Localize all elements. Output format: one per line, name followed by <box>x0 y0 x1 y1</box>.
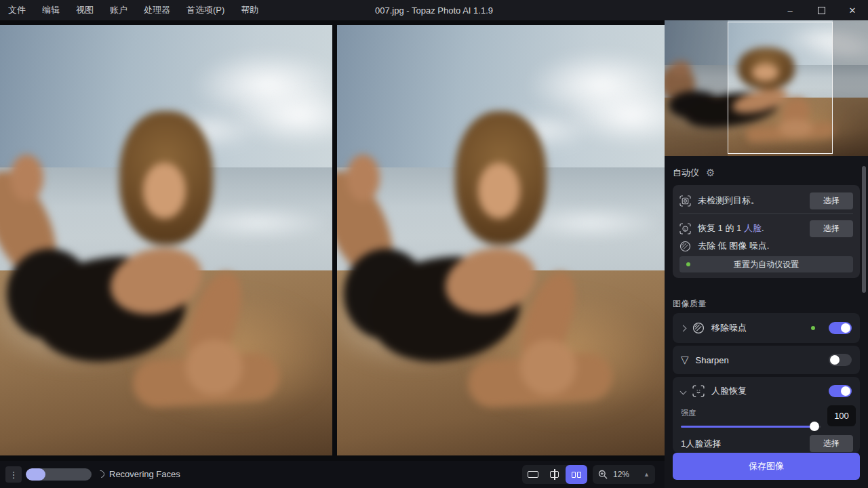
menu-bar: 文件 编辑 视图 账户 处理器 首选项(P) 帮助 <box>0 4 258 16</box>
menu-preferences[interactable]: 首选项(P) <box>186 4 224 16</box>
progress-bar <box>26 468 92 481</box>
progress-status-text: Recovering Faces <box>109 469 180 479</box>
gear-icon[interactable]: ⚙ <box>706 167 715 179</box>
progress-fill <box>26 468 45 481</box>
window-title: 007.jpg - Topaz Photo AI 1.1.9 <box>375 5 493 16</box>
remove-noise-toggle[interactable] <box>829 322 852 334</box>
panel-scrollbar[interactable] <box>862 166 866 293</box>
split-view-icon <box>549 469 560 480</box>
face-recovery-label: 人脸恢复 <box>711 385 747 397</box>
strength-label: 强度 <box>681 408 696 418</box>
noise-icon <box>679 241 691 252</box>
settings-panel: 自动仪 ⚙ 未检测到目标。 选择 恢复 1 的 1 人脸. 选择 <box>665 20 868 488</box>
face-select-label: 1人脸选择 <box>681 438 721 450</box>
menu-help[interactable]: 帮助 <box>241 4 258 16</box>
zoom-caret-icon: ▲ <box>644 471 650 478</box>
select-subject-button[interactable]: 选择 <box>810 192 853 209</box>
no-target-row: 未检测到目标。 选择 <box>679 192 853 209</box>
split-view-button[interactable] <box>544 465 566 484</box>
close-icon: ✕ <box>849 5 856 16</box>
autopilot-title: 自动仪 <box>673 167 699 179</box>
subject-target-icon <box>679 195 691 207</box>
queue-menu-button[interactable]: ⋮ <box>5 466 22 483</box>
window-controls: – ✕ <box>774 0 868 20</box>
before-image[interactable] <box>0 25 332 455</box>
chevron-down-icon[interactable] <box>680 388 687 394</box>
select-face-button[interactable]: 选择 <box>810 435 853 452</box>
menu-account[interactable]: 账户 <box>110 4 127 16</box>
sharpen-toggle[interactable] <box>829 354 852 366</box>
autopilot-status-card: 未检测到目标。 选择 恢复 1 的 1 人脸. 选择 去除 低 图像 噪点. <box>673 185 860 278</box>
menu-processor[interactable]: 处理器 <box>144 4 170 16</box>
navigator-viewport-rect[interactable] <box>728 22 833 154</box>
sharpen-icon: ▽ <box>681 354 689 366</box>
chevron-right-icon[interactable] <box>680 325 687 331</box>
zoom-level-value: 12% <box>613 470 629 479</box>
face-recovery-icon <box>692 385 705 397</box>
image-quality-section-title: 图像质量 <box>673 298 707 310</box>
remove-noise-label: 移除噪点 <box>711 322 747 334</box>
spinner-icon <box>96 469 106 479</box>
minimize-button[interactable]: – <box>774 0 806 20</box>
denoise-text: 去除 低 图像 噪点. <box>698 240 769 252</box>
remove-noise-card[interactable]: 移除噪点 <box>673 313 860 343</box>
photo-subject <box>0 25 332 455</box>
select-faces-button[interactable]: 选择 <box>810 220 853 237</box>
face-selection-row: 1人脸选择 选择 <box>681 435 853 452</box>
face-recovery-card[interactable]: 人脸恢复 强度 100 1人脸选择 选择 <box>673 377 860 453</box>
strength-slider[interactable] <box>681 426 821 428</box>
autopilot-green-dot <box>686 262 690 266</box>
navigator-thumbnail[interactable] <box>665 20 868 156</box>
after-image[interactable] <box>337 25 665 455</box>
face-detect-icon <box>679 223 691 235</box>
side-by-side-view-button[interactable] <box>566 465 587 484</box>
title-bar: 文件 编辑 视图 账户 处理器 首选项(P) 帮助 007.jpg - Topa… <box>0 0 868 20</box>
strength-value-input[interactable]: 100 <box>827 405 856 426</box>
close-button[interactable]: ✕ <box>837 0 868 20</box>
zoom-in-icon <box>598 470 608 479</box>
zoom-control[interactable]: 12% ▲ <box>593 465 655 484</box>
single-view-icon <box>528 471 538 478</box>
sharpen-label: Sharpen <box>696 355 729 365</box>
image-viewer <box>0 20 665 461</box>
reset-autopilot-button[interactable]: 重置为自动仪设置 <box>679 256 853 272</box>
side-by-side-icon <box>572 472 581 478</box>
maximize-icon <box>818 7 825 14</box>
bottom-bar: ⋮ Recovering Faces 12% ▲ <box>0 461 665 488</box>
face-restore-text: 恢复 1 的 1 人脸. <box>698 222 764 235</box>
noise-icon <box>692 322 705 334</box>
card-divider <box>679 214 853 214</box>
autopilot-enabled-dot <box>811 326 815 330</box>
menu-file[interactable]: 文件 <box>8 4 26 16</box>
face-restore-row: 恢复 1 的 1 人脸. 选择 <box>679 220 853 237</box>
maximize-button[interactable] <box>806 0 837 20</box>
view-mode-switcher <box>522 465 587 484</box>
minimize-icon: – <box>787 5 792 16</box>
face-count-highlight: 人脸 <box>744 223 762 233</box>
slider-thumb[interactable] <box>810 422 819 431</box>
single-view-button[interactable] <box>522 465 544 484</box>
menu-view[interactable]: 视图 <box>76 4 94 16</box>
denoise-row: 去除 低 图像 噪点. <box>679 237 853 255</box>
face-recovery-toggle[interactable] <box>829 385 852 397</box>
sharpen-card[interactable]: ▽ Sharpen <box>673 346 860 374</box>
no-target-text: 未检测到目标。 <box>698 195 760 207</box>
autopilot-header: 自动仪 ⚙ <box>673 167 715 179</box>
kebab-icon: ⋮ <box>9 470 18 480</box>
menu-edit[interactable]: 编辑 <box>42 4 60 16</box>
save-image-button[interactable]: 保存图像 <box>673 453 860 480</box>
